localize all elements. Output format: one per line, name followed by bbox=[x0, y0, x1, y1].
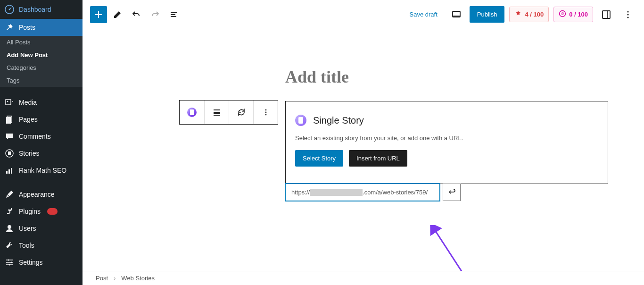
block-options-button[interactable] bbox=[253, 101, 278, 124]
save-draft-button[interactable]: Save draft bbox=[404, 7, 443, 22]
svg-rect-8 bbox=[6, 171, 8, 174]
sidebar-item-settings[interactable]: Settings bbox=[0, 254, 83, 271]
add-block-button[interactable] bbox=[90, 6, 107, 23]
svg-rect-10 bbox=[11, 168, 12, 174]
sidebar-label: Comments bbox=[19, 133, 51, 140]
editor-toolbar: Save draft Publish 4 / 100 @ 0 / 100 bbox=[83, 0, 644, 29]
sidebar-item-rankmath[interactable]: Rank Math SEO bbox=[0, 162, 83, 179]
block-breadcrumb: Post › Web Stories bbox=[83, 271, 644, 285]
select-story-button[interactable]: Select Story bbox=[295, 150, 343, 167]
svg-rect-27 bbox=[214, 115, 220, 116]
svg-point-30 bbox=[265, 114, 266, 116]
document-outline-button[interactable] bbox=[165, 6, 182, 23]
breadcrumb-current[interactable]: Web Stories bbox=[121, 275, 155, 282]
replace-button[interactable] bbox=[229, 101, 253, 124]
plug-icon bbox=[5, 207, 14, 216]
edit-mode-button[interactable] bbox=[109, 6, 126, 23]
sidebar-item-appearance[interactable]: Appearance bbox=[0, 186, 83, 203]
svg-rect-7 bbox=[8, 151, 11, 155]
preview-button[interactable] bbox=[448, 6, 465, 23]
seo-score-icon-2: @ bbox=[559, 10, 566, 19]
svg-rect-21 bbox=[603, 11, 610, 18]
svg-rect-25 bbox=[214, 109, 220, 110]
breadcrumb-root[interactable]: Post bbox=[96, 275, 108, 282]
svg-rect-15 bbox=[171, 12, 177, 13]
seo-score-icon-1 bbox=[514, 10, 522, 19]
update-badge bbox=[47, 208, 58, 215]
publish-button[interactable]: Publish bbox=[470, 6, 505, 23]
insert-from-url-button[interactable]: Insert from URL bbox=[349, 150, 407, 167]
svg-rect-9 bbox=[8, 169, 10, 174]
svg-rect-5 bbox=[6, 117, 11, 124]
settings-panel-toggle[interactable] bbox=[598, 6, 615, 23]
svg-rect-16 bbox=[171, 14, 175, 15]
sidebar-item-tools[interactable]: Tools bbox=[0, 237, 83, 254]
options-menu-button[interactable] bbox=[619, 6, 636, 23]
admin-sidebar: Dashboard Posts All Posts Add New Post C… bbox=[0, 0, 83, 285]
pages-icon bbox=[5, 115, 14, 124]
sidebar-label: Dashboard bbox=[19, 6, 51, 13]
svg-text:@: @ bbox=[561, 12, 564, 15]
chevron-right-icon: › bbox=[114, 275, 116, 282]
sidebar-item-dashboard[interactable]: Dashboard bbox=[0, 0, 83, 19]
comment-icon bbox=[5, 132, 14, 141]
sidebar-item-plugins[interactable]: Plugins bbox=[0, 203, 83, 220]
sidebar-label: Users bbox=[19, 225, 36, 232]
sidebar-label: Appearance bbox=[19, 191, 55, 198]
block-title: Single Story bbox=[313, 115, 364, 126]
seo-score-2[interactable]: @ 0 / 100 bbox=[553, 7, 593, 22]
wrench-icon bbox=[5, 241, 14, 250]
sidebar-label: Media bbox=[19, 99, 37, 106]
sidebar-item-media[interactable]: Media bbox=[0, 94, 83, 111]
svg-point-13 bbox=[11, 262, 12, 263]
sidebar-sub-tags[interactable]: Tags bbox=[0, 74, 83, 87]
annotation-arrow bbox=[428, 225, 475, 271]
svg-point-11 bbox=[8, 225, 11, 229]
undo-button[interactable] bbox=[128, 6, 145, 23]
single-story-block[interactable]: Single Story Select an existing story fr… bbox=[285, 101, 608, 184]
stories-icon bbox=[5, 149, 14, 158]
user-icon bbox=[5, 224, 14, 233]
redo-button[interactable] bbox=[147, 6, 164, 23]
story-url-input[interactable]: https://xxxxxxxx.com/a/web-stories/759/ bbox=[285, 184, 440, 201]
sidebar-sub-all-posts[interactable]: All Posts bbox=[0, 36, 83, 49]
sidebar-item-users[interactable]: Users bbox=[0, 220, 83, 237]
align-button[interactable] bbox=[204, 101, 229, 124]
sidebar-item-stories[interactable]: Stories bbox=[0, 145, 83, 162]
svg-point-29 bbox=[265, 112, 266, 113]
block-description: Select an existing story from your site,… bbox=[295, 134, 598, 142]
single-story-icon bbox=[295, 115, 306, 126]
chart-icon bbox=[5, 166, 14, 175]
svg-point-24 bbox=[627, 17, 628, 18]
svg-point-3 bbox=[7, 101, 8, 102]
url-input-row: https://xxxxxxxx.com/a/web-stories/759/ bbox=[285, 184, 461, 201]
sliders-icon bbox=[5, 258, 14, 267]
sidebar-label: Plugins bbox=[19, 208, 41, 215]
post-title-input[interactable]: Add title bbox=[285, 58, 608, 101]
sidebar-sub-add-new[interactable]: Add New Post bbox=[0, 49, 83, 61]
sidebar-item-pages[interactable]: Pages bbox=[0, 111, 83, 128]
sidebar-label: Stories bbox=[19, 150, 40, 157]
sidebar-sub-categories[interactable]: Categories bbox=[0, 61, 83, 74]
svg-point-1 bbox=[9, 9, 10, 10]
sidebar-item-posts[interactable]: Posts bbox=[0, 19, 83, 36]
svg-rect-26 bbox=[214, 112, 220, 114]
svg-point-14 bbox=[9, 264, 10, 266]
sidebar-label: Pages bbox=[19, 116, 38, 123]
block-toolbar bbox=[179, 100, 278, 125]
svg-rect-17 bbox=[171, 16, 176, 17]
svg-point-28 bbox=[265, 109, 266, 111]
block-type-button[interactable] bbox=[180, 101, 204, 124]
url-submit-button[interactable] bbox=[443, 184, 461, 201]
sidebar-label: Posts bbox=[19, 24, 35, 31]
single-story-block-icon bbox=[187, 108, 197, 117]
sidebar-label: Tools bbox=[19, 242, 34, 249]
svg-point-22 bbox=[627, 11, 628, 12]
editor-main: Save draft Publish 4 / 100 @ 0 / 100 bbox=[83, 0, 644, 285]
sidebar-label: Settings bbox=[19, 259, 43, 266]
media-icon bbox=[5, 98, 14, 107]
seo-score-1[interactable]: 4 / 100 bbox=[509, 7, 549, 22]
pin-icon bbox=[5, 23, 14, 32]
sidebar-label: Rank Math SEO bbox=[19, 167, 66, 174]
sidebar-item-comments[interactable]: Comments bbox=[0, 128, 83, 145]
